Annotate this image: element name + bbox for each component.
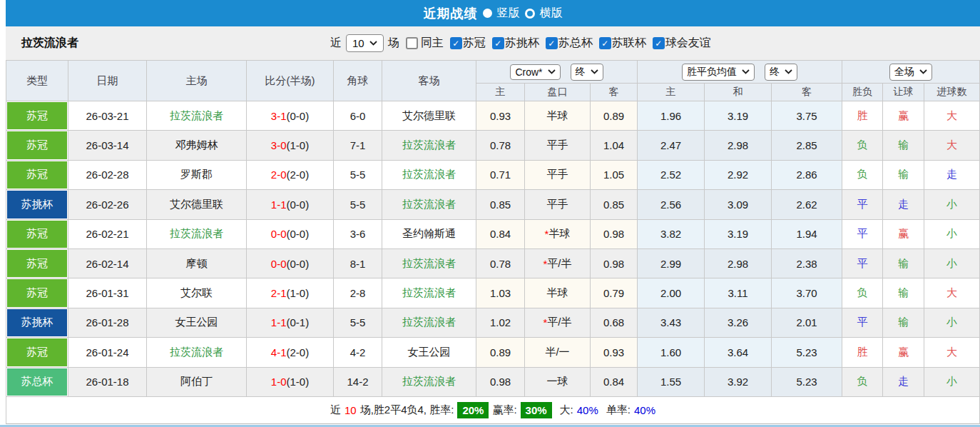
handicap-text: 平/半 — [547, 316, 571, 329]
summary-count: 10 — [344, 404, 357, 416]
halftime-score: (1-0) — [287, 287, 310, 299]
score-cell: 3-0(1-0) — [247, 131, 334, 159]
table-row: 苏挑杯26-02-26艾尔德里联1-1(0-0)5-5拉茨流浪者0.85平手0.… — [6, 190, 980, 219]
avg-home-cell: 2.47 — [638, 131, 705, 159]
avg-time-select[interactable]: 终 — [765, 64, 797, 81]
league-checkbox-label[interactable]: 苏挑杯 — [505, 36, 539, 51]
result-handicap-cell: 赢 — [883, 338, 924, 366]
halftime-score: (0-0) — [287, 110, 310, 122]
league-checkbox[interactable]: ✓ — [599, 37, 611, 49]
subheader-avg-away: 客 — [772, 84, 842, 101]
subheader-avg-home: 主 — [638, 84, 705, 101]
avg-group-header: 胜平负均值 终 — [638, 61, 842, 84]
fulltime-score: 2-0 — [271, 169, 287, 181]
vertical-layout-radio-label[interactable]: 竖版 — [497, 6, 520, 21]
col-header-date: 日期 — [68, 61, 147, 101]
match-count-select[interactable]: 10 — [346, 34, 384, 52]
table-row: 苏冠26-02-14摩顿0-0(0-0)8-1拉茨流浪者0.78*平/半0.98… — [6, 249, 980, 278]
table-header: 类型 日期 主场 比分(半场) 角球 客场 Crow* 终 胜平负均值 — [6, 61, 980, 101]
corners-cell: 8-1 — [334, 249, 382, 278]
avg-home-cell: 2.52 — [638, 161, 705, 189]
home-team-cell: 拉茨流浪者 — [147, 220, 247, 248]
result-handicap-cell: 输 — [883, 249, 924, 278]
away-team-cell: 拉茨流浪者 — [382, 190, 476, 218]
home-team-cell: 拉茨流浪者 — [147, 101, 247, 130]
odds-away-cell: 0.98 — [591, 220, 638, 248]
league-checkbox-label[interactable]: 球会友谊 — [665, 36, 711, 51]
avg-draw-cell: 3.64 — [705, 338, 772, 366]
radio-selected-icon[interactable] — [483, 9, 492, 18]
summary-text: 场,胜2平4负4, 胜率: — [360, 403, 454, 417]
section-header: 近期战绩 竖版 横版 — [6, 0, 980, 26]
radio-unselected-icon[interactable] — [525, 9, 535, 19]
chevron-down-icon — [548, 69, 556, 74]
odds-home-cell: 0.84 — [476, 220, 525, 248]
table-row: 苏冠26-03-14邓弗姆林3-0(1-0)7-1拉茨流浪者0.78平手1.04… — [6, 131, 980, 160]
home-team-cell: 邓弗姆林 — [147, 131, 247, 159]
odds-away-cell: 0.98 — [591, 249, 638, 278]
odds-home-cell: 0.71 — [476, 161, 525, 189]
result-goals-cell: 大 — [924, 101, 980, 130]
fulltime-score: 2-1 — [271, 287, 287, 299]
odds-time-value: 终 — [576, 66, 586, 79]
league-checkbox[interactable]: ✓ — [450, 37, 462, 49]
avg-home-cell: 1.96 — [638, 101, 705, 130]
home-team-cell: 艾尔德里联 — [147, 190, 247, 218]
league-checkbox[interactable]: ✓ — [546, 37, 558, 49]
league-checkbox[interactable]: ✓ — [653, 37, 665, 49]
type-badge: 苏冠 — [6, 249, 68, 278]
subheader-avg-draw: 和 — [705, 84, 772, 101]
odds-handicap-cell: 半球 — [525, 278, 591, 307]
league-checkbox-label[interactable]: 苏总杯 — [558, 36, 593, 51]
type-badge: 苏冠 — [6, 161, 68, 189]
date-cell: 26-03-21 — [68, 101, 147, 130]
single-rate: 40% — [634, 404, 655, 416]
avg-home-cell: 3.82 — [638, 220, 705, 248]
corners-cell: 6-0 — [334, 101, 382, 130]
league-badge: 苏挑杯 — [7, 191, 67, 218]
date-cell: 26-01-18 — [68, 368, 147, 396]
chevron-down-icon — [919, 69, 927, 74]
league-checkbox-label[interactable]: 苏冠 — [463, 36, 486, 51]
odds-away-cell: 0.85 — [591, 190, 638, 218]
date-cell: 26-01-28 — [68, 308, 147, 337]
odds-company-select[interactable]: Crow* — [510, 64, 560, 80]
near-label: 近 — [330, 36, 342, 51]
full-match-select[interactable]: 全场 — [889, 64, 932, 81]
score-cell: 1-1(0-1) — [247, 308, 334, 337]
table-row: 苏冠26-01-24拉茨流浪者4-1(2-0)4-2女王公园0.89半/一0.9… — [6, 338, 980, 367]
same-home-checkbox[interactable] — [406, 37, 418, 49]
result-handicap-cell: 走 — [883, 368, 924, 396]
result-handicap-cell: 赢 — [883, 101, 924, 130]
odds-time-select[interactable]: 终 — [571, 64, 603, 81]
odds-handicap-cell: *平/半 — [525, 249, 591, 278]
result-goals-cell: 小 — [924, 308, 980, 337]
league-badge: 苏冠 — [7, 161, 67, 189]
away-team-cell: 拉茨流浪者 — [382, 278, 476, 307]
result-goals-cell: 走 — [924, 161, 980, 189]
odds-handicap-cell: 半/一 — [525, 338, 591, 366]
halftime-score: (0-1) — [287, 316, 310, 328]
halftime-score: (1-0) — [287, 139, 310, 151]
same-home-label[interactable]: 同主 — [421, 36, 444, 51]
result-handicap-cell: 输 — [883, 278, 924, 307]
corners-cell: 4-2 — [334, 338, 382, 366]
odds-away-cell: 0.89 — [591, 101, 638, 130]
league-badge: 苏冠 — [7, 102, 67, 129]
filter-bar: 拉茨流浪者 近 10 场 同主 ✓苏冠✓苏挑杯✓苏总杯✓苏联杯✓球会友谊 — [6, 26, 980, 61]
result-goals-cell: 小 — [924, 368, 980, 396]
corners-cell: 5-5 — [334, 308, 382, 337]
win-rate-badge: 20% — [457, 402, 489, 418]
avg-odds-select[interactable]: 胜平负均值 — [682, 64, 755, 81]
league-checkbox[interactable]: ✓ — [492, 37, 504, 49]
league-badge: 苏挑杯 — [7, 309, 67, 336]
odds-away-cell: 0.93 — [591, 338, 638, 366]
col-header-score: 比分(半场) — [247, 61, 334, 101]
big-rate: 40% — [577, 404, 598, 416]
halftime-score: (0-0) — [287, 258, 310, 270]
result-goals-cell: 小 — [924, 220, 980, 248]
halftime-score: (1-0) — [287, 376, 310, 388]
league-checkbox-label[interactable]: 苏联杯 — [612, 36, 646, 51]
table-body: 苏冠26-03-21拉茨流浪者3-1(0-0)6-0艾尔德里联0.93半球0.8… — [6, 101, 980, 397]
horizontal-layout-radio-label[interactable]: 横版 — [540, 6, 563, 21]
